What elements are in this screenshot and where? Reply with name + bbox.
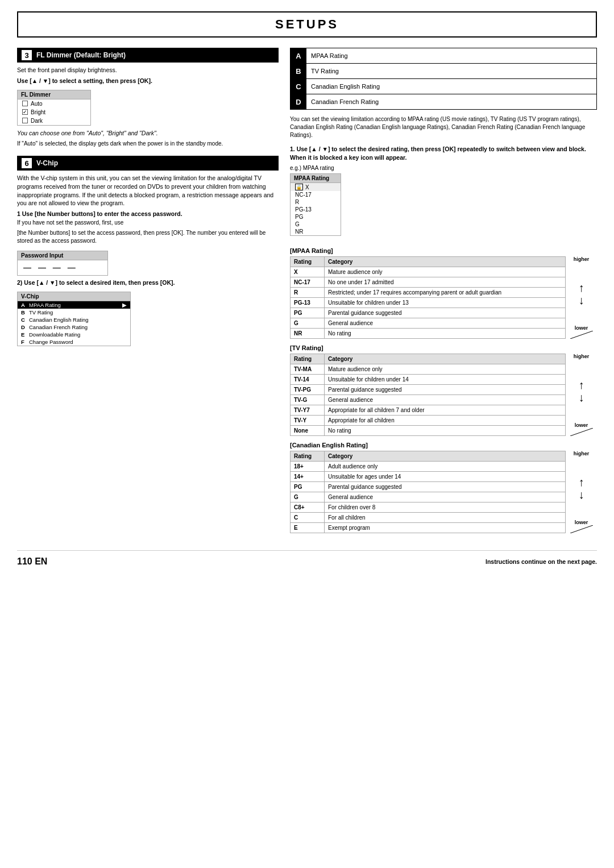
table-row: G General audience [291,492,566,502]
tv-rating-tvpg: TV-PG [291,385,325,395]
table-row: TV-14 Unsuitable for children under 14 [291,375,566,385]
table-row: TV-Y7 Appropriate for all children 7 and… [291,405,566,416]
tv-lower-label: lower [575,422,588,428]
table-row: PG Parental guidance suggested [291,308,566,318]
mpaa-rating-table: Rating Category X Mature audience only N… [290,256,566,339]
tv-rating-tvma: TV-MA [291,364,325,375]
abcd-label-c: Canadian English Rating [306,81,384,92]
ce-rating-18plus: 18+ [291,462,325,472]
abcd-letter-d: D [291,94,306,109]
mpaa-example-row-nc17: NC-17 [291,191,341,198]
tv-rating-table-wrapper: Rating Category TV-MA Mature audience on… [290,354,597,436]
mpaa-category-g: General audience [325,318,566,329]
right-step1-instruction: 1. Use [▲ / ▼] to select the desired rat… [290,145,597,161]
abcd-row-c: C Canadian English Rating [290,78,597,94]
tv-category-tvpg: Parental guidance suggested [325,385,566,395]
fl-auto-checkbox [22,101,28,106]
table-row: X Mature audience only [291,267,566,277]
mpaa-col-category: Category [325,257,566,267]
vchip-menu-item-d[interactable]: D Canadian French Rating [18,323,130,331]
ce-category-e: Exempt program [325,523,566,533]
section-3-number: 3 [22,50,32,60]
tv-rating-tvy7: TV-Y7 [291,405,325,416]
fl-bright-checkbox [22,109,28,115]
mpaa-rating-nc17: NC-17 [291,277,325,288]
tv-rating-tvy: TV-Y [291,416,325,426]
ce-rating-14plus: 14+ [291,472,325,482]
vchip-item-a-arrow: ▶ [122,302,127,308]
ce-rating-pg: PG [291,482,325,492]
mpaa-example-row-nr: NR [291,228,341,235]
mpaa-example-row-pg: PG [291,213,341,221]
abcd-letter-c: C [291,79,306,94]
section-3: 3 FL Dimmer (Default: Bright) Set the fr… [17,48,279,148]
ce-rating-g: G [291,492,325,502]
vchip-menu-item-a[interactable]: A MPAA Rating ▶ [18,301,130,309]
mpaa-example-row-g: G [291,221,341,228]
section-6-title: V-Chip [36,159,58,167]
table-row: 18+ Adult audience only [291,462,566,472]
tv-col-rating: Rating [291,354,325,364]
section-3-title: FL Dimmer (Default: Bright) [36,51,126,59]
tv-rating-tvg: TV-G [291,395,325,405]
vchip-menu-item-f[interactable]: F Change Password [18,338,130,346]
vchip-menu-box: V-Chip A MPAA Rating ▶ B TV Rating C Can… [17,292,131,346]
ce-col-category: Category [325,451,566,462]
ce-col-rating: Rating [291,451,325,462]
ce-category-18plus: Adult audience only [325,462,566,472]
page-number: 110 EN [17,556,47,567]
mpaa-rating-table-wrapper: Rating Category X Mature audience only N… [290,256,597,339]
section-6-para1: With the V-chip system in this unit, you… [17,174,279,207]
table-row: G General audience [291,318,566,329]
canadian-english-title: [Canadian English Rating] [290,442,597,448]
table-row: C For all children [291,513,566,523]
table-row: PG Parental guidance suggested [291,482,566,492]
ce-category-c8plus: For children over 8 [325,502,566,513]
mpaa-rating-pg: PG [291,308,325,318]
table-row: NR No rating [291,329,566,339]
ce-category-g: General audience [325,492,566,502]
table-row: TV-PG Parental guidance suggested [291,385,566,395]
abcd-row-b: B TV Rating [290,63,597,78]
vchip-item-f-letter: F [21,339,27,345]
section-3-header: 3 FL Dimmer (Default: Bright) [17,48,279,63]
ce-category-14plus: Unsuitable for ages under 14 [325,472,566,482]
tv-col-category: Category [325,354,566,364]
fl-dimmer-box-title: FL Dimmer [18,90,90,99]
mpaa-example-row-r: R [291,198,341,206]
mpaa-example-box: MPAA Rating 🔒 X NC-17 R PG-13 PG G NR [290,173,341,236]
abcd-label-a: MPAA Rating [306,50,352,61]
fl-dark-checkbox [22,118,28,123]
fl-dimmer-auto-row: Auto [18,99,90,108]
mpaa-example-box-title: MPAA Rating [291,174,341,183]
vchip-menu-item-e[interactable]: E Downloadable Rating [18,331,130,338]
vchip-menu-item-b[interactable]: B TV Rating [18,309,130,316]
mpaa-example-row-pg13: PG-13 [291,206,341,213]
password-box: Password Input — — — — [17,251,108,276]
table-row: NC-17 No one under 17 admitted [291,277,566,288]
fl-dimmer-bright-row: Bright [18,108,90,117]
ce-down-arrow: ↓ [579,489,584,500]
abcd-row-a: A MPAA Rating [290,48,597,63]
table-row: PG-13 Unsuitable for children under 13 [291,298,566,308]
ce-category-pg: Parental guidance suggested [325,482,566,492]
ce-arrow-col: higher ↑ ↓ lower [566,451,597,533]
section-6-number: 6 [22,158,32,168]
tv-arrow-updown: ↑ ↓ [579,359,584,422]
tv-down-arrow: ↓ [579,392,584,403]
mpaa-category-pg: Parental guidance suggested [325,308,566,318]
diagonal-line-mpaa [570,331,593,339]
section-3-note-small: If "Auto" is selected, the display gets … [17,140,279,148]
mpaa-rating-r: R [291,288,325,298]
tv-higher-label: higher [574,354,590,359]
password-dashes: — — — — [18,260,107,275]
left-column: 3 FL Dimmer (Default: Bright) Set the fr… [17,48,279,539]
mpaa-rating-x: X [291,267,325,277]
vchip-menu-item-c[interactable]: C Canadian English Rating [18,316,130,323]
mpaa-rating-title: [MPAA Rating] [290,247,597,254]
table-row: None No rating [291,426,566,436]
mpaa-rating-nr: NR [291,329,325,339]
vchip-item-a-letter: A [21,302,27,308]
mpaa-row-x-label: X [305,184,309,190]
vchip-item-f-label: Change Password [29,339,73,345]
